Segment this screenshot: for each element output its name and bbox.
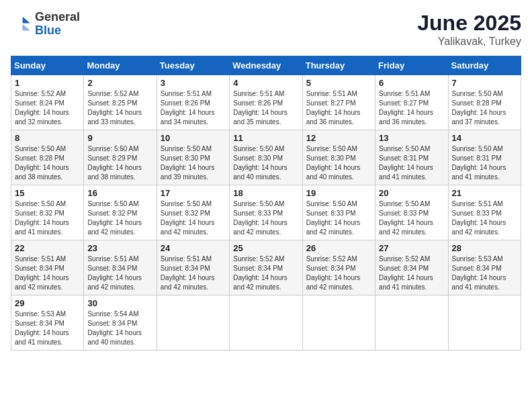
- table-row: 14Sunrise: 5:50 AMSunset: 8:31 PMDayligh…: [448, 130, 521, 185]
- table-row: 5Sunrise: 5:51 AMSunset: 8:27 PMDaylight…: [302, 75, 375, 130]
- day-number: 9: [87, 133, 152, 143]
- table-row: 28Sunrise: 5:53 AMSunset: 8:34 PMDayligh…: [448, 240, 521, 295]
- day-info: Sunrise: 5:51 AMSunset: 8:27 PMDaylight:…: [379, 89, 444, 127]
- day-info: Sunrise: 5:51 AMSunset: 8:26 PMDaylight:…: [233, 89, 298, 127]
- logo: General Blue: [11, 11, 80, 38]
- table-row: 29Sunrise: 5:53 AMSunset: 8:34 PMDayligh…: [11, 295, 84, 351]
- table-row: 25Sunrise: 5:52 AMSunset: 8:34 PMDayligh…: [230, 240, 302, 295]
- day-number: 13: [379, 133, 444, 143]
- table-row: 3Sunrise: 5:51 AMSunset: 8:26 PMDaylight…: [157, 75, 229, 130]
- page-header: General Blue June 2025 Yalikavak, Turkey: [11, 11, 521, 48]
- table-row: 8Sunrise: 5:50 AMSunset: 8:28 PMDaylight…: [11, 130, 84, 185]
- table-row: 16Sunrise: 5:50 AMSunset: 8:32 PMDayligh…: [84, 185, 157, 240]
- day-number: 2: [87, 78, 152, 88]
- table-row: 30Sunrise: 5:54 AMSunset: 8:34 PMDayligh…: [84, 295, 157, 351]
- day-number: 14: [452, 133, 517, 143]
- table-row: 11Sunrise: 5:50 AMSunset: 8:30 PMDayligh…: [230, 130, 302, 185]
- day-number: 24: [161, 243, 226, 253]
- day-info: Sunrise: 5:50 AMSunset: 8:29 PMDaylight:…: [87, 144, 152, 182]
- day-info: Sunrise: 5:53 AMSunset: 8:34 PMDaylight:…: [15, 310, 80, 347]
- header-friday: Friday: [375, 56, 448, 75]
- day-number: 19: [306, 188, 371, 198]
- table-row: 19Sunrise: 5:50 AMSunset: 8:33 PMDayligh…: [302, 185, 375, 240]
- day-info: Sunrise: 5:53 AMSunset: 8:34 PMDaylight:…: [452, 255, 517, 292]
- title-block: June 2025 Yalikavak, Turkey: [417, 11, 521, 48]
- day-number: 16: [87, 188, 152, 198]
- day-number: 15: [15, 188, 80, 198]
- day-number: 6: [379, 78, 444, 88]
- table-row: 27Sunrise: 5:52 AMSunset: 8:34 PMDayligh…: [375, 240, 448, 295]
- day-number: 1: [15, 78, 80, 88]
- day-info: Sunrise: 5:50 AMSunset: 8:32 PMDaylight:…: [15, 199, 80, 237]
- day-number: 21: [452, 188, 517, 198]
- header-monday: Monday: [84, 56, 157, 75]
- day-info: Sunrise: 5:52 AMSunset: 8:34 PMDaylight:…: [306, 255, 371, 292]
- svg-marker-1: [23, 24, 30, 31]
- day-number: 4: [233, 78, 298, 88]
- day-number: 22: [15, 243, 80, 253]
- day-info: Sunrise: 5:51 AMSunset: 8:26 PMDaylight:…: [161, 89, 226, 127]
- day-info: Sunrise: 5:50 AMSunset: 8:30 PMDaylight:…: [161, 144, 226, 182]
- day-number: 17: [161, 188, 226, 198]
- day-number: 12: [306, 133, 371, 143]
- table-row: 12Sunrise: 5:50 AMSunset: 8:30 PMDayligh…: [302, 130, 375, 185]
- table-row: 13Sunrise: 5:50 AMSunset: 8:31 PMDayligh…: [375, 130, 448, 185]
- table-row: 21Sunrise: 5:51 AMSunset: 8:33 PMDayligh…: [448, 185, 521, 240]
- day-info: Sunrise: 5:50 AMSunset: 8:33 PMDaylight:…: [379, 199, 444, 237]
- table-row: 2Sunrise: 5:52 AMSunset: 8:25 PMDaylight…: [84, 75, 157, 130]
- table-row: 9Sunrise: 5:50 AMSunset: 8:29 PMDaylight…: [84, 130, 157, 185]
- day-info: Sunrise: 5:51 AMSunset: 8:34 PMDaylight:…: [87, 255, 152, 292]
- calendar-header-row: Sunday Monday Tuesday Wednesday Thursday…: [11, 56, 521, 75]
- day-number: 30: [87, 298, 152, 308]
- table-row: 22Sunrise: 5:51 AMSunset: 8:34 PMDayligh…: [11, 240, 84, 295]
- calendar-table: Sunday Monday Tuesday Wednesday Thursday…: [11, 56, 521, 351]
- table-row: [157, 295, 229, 351]
- day-info: Sunrise: 5:50 AMSunset: 8:28 PMDaylight:…: [452, 89, 517, 127]
- day-number: 26: [306, 243, 371, 253]
- table-row: 10Sunrise: 5:50 AMSunset: 8:30 PMDayligh…: [157, 130, 229, 185]
- day-number: 3: [161, 78, 226, 88]
- calendar-week-2: 8Sunrise: 5:50 AMSunset: 8:28 PMDaylight…: [11, 130, 521, 185]
- day-number: 7: [452, 78, 517, 88]
- table-row: 17Sunrise: 5:50 AMSunset: 8:32 PMDayligh…: [157, 185, 229, 240]
- table-row: 20Sunrise: 5:50 AMSunset: 8:33 PMDayligh…: [375, 185, 448, 240]
- day-number: 5: [306, 78, 371, 88]
- day-info: Sunrise: 5:51 AMSunset: 8:34 PMDaylight:…: [161, 255, 226, 292]
- day-info: Sunrise: 5:50 AMSunset: 8:31 PMDaylight:…: [379, 144, 444, 182]
- table-row: [448, 295, 521, 351]
- day-number: 27: [379, 243, 444, 253]
- day-info: Sunrise: 5:51 AMSunset: 8:34 PMDaylight:…: [15, 255, 80, 292]
- table-row: [302, 295, 375, 351]
- table-row: [230, 295, 302, 351]
- day-number: 8: [15, 133, 80, 143]
- day-info: Sunrise: 5:51 AMSunset: 8:27 PMDaylight:…: [306, 89, 371, 127]
- calendar-week-3: 15Sunrise: 5:50 AMSunset: 8:32 PMDayligh…: [11, 185, 521, 240]
- table-row: 6Sunrise: 5:51 AMSunset: 8:27 PMDaylight…: [375, 75, 448, 130]
- header-sunday: Sunday: [11, 56, 84, 75]
- day-info: Sunrise: 5:50 AMSunset: 8:28 PMDaylight:…: [15, 144, 80, 182]
- day-info: Sunrise: 5:51 AMSunset: 8:33 PMDaylight:…: [452, 199, 517, 237]
- day-info: Sunrise: 5:54 AMSunset: 8:34 PMDaylight:…: [87, 310, 152, 347]
- table-row: 23Sunrise: 5:51 AMSunset: 8:34 PMDayligh…: [84, 240, 157, 295]
- calendar-week-1: 1Sunrise: 5:52 AMSunset: 8:24 PMDaylight…: [11, 75, 521, 130]
- day-info: Sunrise: 5:50 AMSunset: 8:33 PMDaylight:…: [306, 199, 371, 237]
- day-info: Sunrise: 5:52 AMSunset: 8:25 PMDaylight:…: [87, 89, 152, 127]
- logo-text: General Blue: [35, 11, 80, 38]
- calendar-week-5: 29Sunrise: 5:53 AMSunset: 8:34 PMDayligh…: [11, 295, 521, 351]
- table-row: 1Sunrise: 5:52 AMSunset: 8:24 PMDaylight…: [11, 75, 84, 130]
- day-number: 28: [452, 243, 517, 253]
- table-row: 7Sunrise: 5:50 AMSunset: 8:28 PMDaylight…: [448, 75, 521, 130]
- header-saturday: Saturday: [448, 56, 521, 75]
- day-info: Sunrise: 5:50 AMSunset: 8:32 PMDaylight:…: [161, 199, 226, 237]
- day-info: Sunrise: 5:52 AMSunset: 8:34 PMDaylight:…: [233, 255, 298, 292]
- header-thursday: Thursday: [302, 56, 375, 75]
- day-info: Sunrise: 5:50 AMSunset: 8:32 PMDaylight:…: [87, 199, 152, 237]
- svg-marker-0: [23, 17, 30, 24]
- logo-general: General: [35, 10, 80, 24]
- day-info: Sunrise: 5:50 AMSunset: 8:33 PMDaylight:…: [233, 199, 298, 237]
- day-number: 29: [15, 298, 80, 308]
- header-wednesday: Wednesday: [230, 56, 302, 75]
- day-number: 11: [233, 133, 298, 143]
- day-info: Sunrise: 5:52 AMSunset: 8:34 PMDaylight:…: [379, 255, 444, 292]
- calendar-title: June 2025: [417, 11, 521, 36]
